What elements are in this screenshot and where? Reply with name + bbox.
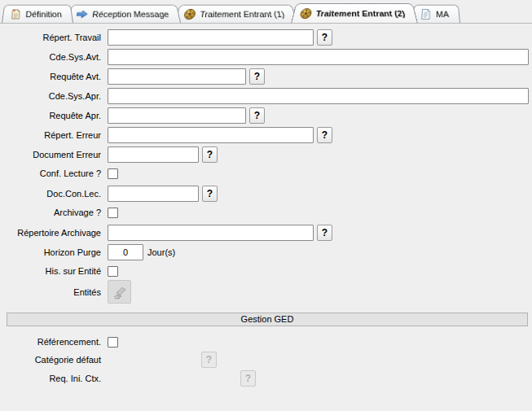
document-icon — [419, 8, 432, 20]
cde-sys-avt-input[interactable] — [108, 49, 529, 65]
field-row-cde-sys-apr: Cde.Sys.Apr. — [0, 88, 529, 104]
tab-traitement-entrant-1[interactable]: Traitement Entrant (1) — [175, 5, 297, 23]
gear-icon — [298, 7, 313, 20]
hand-card-icon — [112, 284, 128, 300]
repert-erreur-input[interactable] — [108, 127, 314, 143]
field-label: Entités — [0, 287, 108, 297]
tab-ma[interactable]: MA — [412, 5, 460, 23]
arrow-right-icon — [75, 8, 90, 20]
requete-apr-help-button[interactable]: ? — [249, 107, 265, 124]
field-row-requete-avt: Requête Avt. ? — [0, 68, 265, 85]
repertoire-archivage-input[interactable] — [108, 225, 314, 241]
tab-label: Définition — [25, 9, 62, 18]
horizon-purge-input[interactable] — [108, 244, 143, 260]
entites-button[interactable] — [108, 280, 131, 304]
conf-lecture-checkbox[interactable] — [108, 168, 118, 179]
repert-travail-input[interactable] — [108, 29, 314, 46]
field-label: Répertoire Archivage — [0, 228, 108, 238]
field-row-document-erreur: Document Erreur ? — [0, 146, 218, 163]
field-label: Répert. Erreur — [0, 130, 108, 140]
field-row-repert-travail: Répert. Travail ? — [0, 29, 332, 46]
doc-con-lec-help-button[interactable]: ? — [202, 186, 218, 202]
tab-strip: Définition Réception Message — [0, 0, 532, 24]
field-row-archivage: Archivage ? — [0, 204, 118, 221]
field-row-repertoire-archivage: Répertoire Archivage ? — [0, 225, 332, 241]
tab-label: Traitement Entrant (2) — [315, 9, 406, 18]
repert-erreur-help-button[interactable]: ? — [317, 127, 332, 143]
field-label: Requête Avt. — [0, 72, 108, 81]
field-label: Cde.Sys.Apr. — [0, 91, 108, 101]
cde-sys-apr-input[interactable] — [108, 88, 529, 104]
categorie-defaut-help-button[interactable]: ? — [201, 352, 217, 368]
tab-label: Réception Message — [92, 9, 170, 18]
tab-label: Traitement Entrant (1) — [200, 9, 285, 18]
field-label: Requête Apr. — [0, 111, 108, 120]
field-row-referencement: Référencement. — [0, 334, 118, 350]
req-ini-ctx-help-button[interactable]: ? — [240, 370, 256, 387]
referencement-checkbox[interactable] — [108, 337, 118, 348]
document-erreur-help-button[interactable]: ? — [202, 146, 218, 163]
horizon-purge-unit-label: Jour(s) — [147, 247, 175, 257]
field-row-categorie-defaut: Catégorie défaut ? — [0, 352, 217, 368]
field-label: Conf. Lecture ? — [0, 168, 108, 178]
requete-apr-input[interactable] — [108, 107, 246, 124]
field-label: Répert. Travail — [0, 33, 108, 42]
gestion-ged-section-bar: Gestion GED — [7, 313, 528, 326]
traitement-entrant-form: { "tabs": { "items": [ { "label": "Défin… — [0, 0, 532, 411]
page-edit-icon — [8, 8, 22, 20]
field-label: Cde.Sys.Avt. — [0, 52, 108, 62]
field-label: Doc.Con.Lec. — [0, 189, 108, 199]
field-row-horizon-purge: Horizon Purge Jour(s) — [0, 244, 175, 260]
field-label: Horizon Purge — [0, 247, 108, 257]
field-row-repert-erreur: Répert. Erreur ? — [0, 127, 332, 143]
field-label: His. sur Entité — [0, 266, 108, 276]
requete-avt-help-button[interactable]: ? — [249, 68, 265, 85]
field-row-his-sur-entite: His. sur Entité — [0, 263, 118, 279]
field-row-req-ini-ctx: Req. Ini. Ctx. ? — [0, 370, 256, 387]
repert-travail-help-button[interactable]: ? — [317, 29, 332, 46]
tab-definition[interactable]: Définition — [2, 5, 73, 23]
field-row-entites: Entités — [0, 280, 131, 304]
field-label: Référencement. — [0, 337, 108, 347]
field-label: Document Erreur — [0, 150, 108, 160]
field-row-conf-lecture: Conf. Lecture ? — [0, 165, 118, 181]
field-row-requete-apr: Requête Apr. ? — [0, 107, 265, 124]
doc-con-lec-input[interactable] — [108, 186, 199, 202]
field-label: Archivage ? — [0, 208, 108, 217]
repertoire-archivage-help-button[interactable]: ? — [317, 225, 332, 241]
document-erreur-input[interactable] — [108, 146, 199, 163]
field-label: Req. Ini. Ctx. — [0, 374, 108, 383]
field-row-doc-con-lec: Doc.Con.Lec. ? — [0, 186, 218, 202]
tab-traitement-entrant-2[interactable]: Traitement Entrant (2) — [291, 3, 418, 24]
tab-reception-message[interactable]: Réception Message — [68, 5, 181, 23]
section-title: Gestion GED — [241, 314, 294, 324]
field-label: Catégorie défaut — [0, 355, 108, 365]
his-sur-entite-checkbox[interactable] — [108, 266, 118, 277]
requete-avt-input[interactable] — [108, 68, 246, 85]
field-row-cde-sys-avt: Cde.Sys.Avt. — [0, 49, 529, 65]
tab-label: MA — [436, 9, 449, 18]
gear-icon — [182, 8, 197, 20]
archivage-checkbox[interactable] — [108, 208, 118, 218]
